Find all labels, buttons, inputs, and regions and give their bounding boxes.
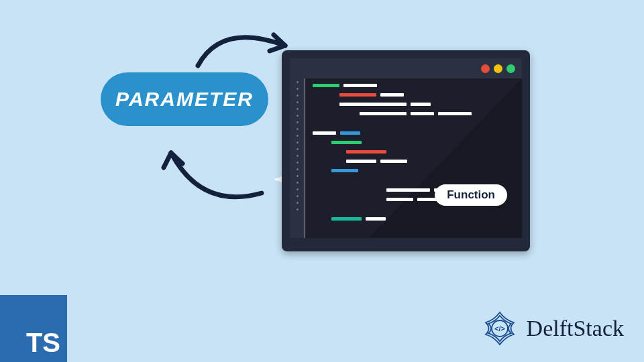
code-lines [305, 78, 522, 238]
maximize-icon [506, 64, 515, 73]
close-icon [481, 64, 490, 73]
parameter-pill: PARAMETER [101, 72, 268, 126]
function-badge: Function [435, 184, 507, 206]
svg-text:</>: </> [494, 324, 505, 333]
typescript-badge: TS [0, 295, 67, 362]
parameter-label: PARAMETER [115, 88, 254, 111]
brand: </> DelftStack [480, 308, 624, 349]
editor-titlebar [290, 58, 522, 78]
code-area: Function [290, 78, 522, 238]
ts-label: TS [26, 328, 60, 358]
brand-name: DelftStack [527, 316, 624, 341]
code-editor-window: Function [282, 50, 530, 251]
minimize-icon [494, 64, 502, 73]
line-gutter [290, 78, 305, 238]
code-mandala-icon: </> [480, 308, 520, 349]
arrow-from-editor [154, 133, 275, 206]
